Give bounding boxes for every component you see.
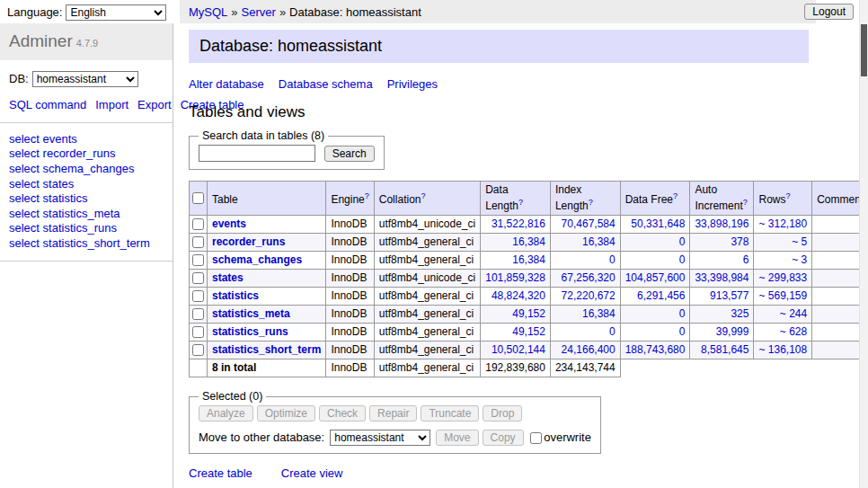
logout-button[interactable]: Logout bbox=[804, 4, 854, 20]
table-name-link[interactable]: states bbox=[212, 271, 244, 284]
rows-count-link[interactable]: ~ 5 bbox=[792, 235, 807, 248]
sidebar-table-link[interactable]: select statistics_short_term bbox=[9, 236, 164, 251]
table-name-link[interactable]: statistics_meta bbox=[212, 307, 290, 320]
auto-increment-link[interactable]: 33,398,984 bbox=[695, 271, 748, 284]
data-length-link[interactable]: 31,522,816 bbox=[492, 217, 545, 230]
db-select[interactable]: homeassistant bbox=[32, 71, 138, 87]
row-checkbox[interactable] bbox=[192, 254, 204, 266]
rows-count-link[interactable]: ~ 569,159 bbox=[758, 289, 807, 302]
index-length-link[interactable]: 70,467,584 bbox=[562, 217, 616, 230]
sidebar-action-link[interactable]: Import bbox=[95, 98, 128, 111]
data-length-link[interactable]: 49,152 bbox=[512, 307, 545, 320]
search-input[interactable] bbox=[199, 145, 315, 162]
overwrite-checkbox[interactable] bbox=[530, 432, 542, 444]
index-length-link[interactable]: 72,220,672 bbox=[562, 289, 616, 302]
row-checkbox[interactable] bbox=[192, 308, 204, 320]
table-name-cell: recorder_runs bbox=[208, 234, 326, 252]
data-free-link[interactable]: 0 bbox=[679, 325, 686, 338]
column-help-link[interactable]: ? bbox=[365, 191, 369, 200]
auto-increment-link[interactable]: 913,577 bbox=[710, 289, 748, 302]
collation-cell: utf8mb4_general_ci bbox=[374, 288, 480, 306]
database-nav-link[interactable]: Database schema bbox=[279, 77, 373, 91]
auto-increment-link[interactable]: 33,898,196 bbox=[695, 217, 748, 230]
row-checkbox[interactable] bbox=[192, 218, 204, 230]
row-checkbox[interactable] bbox=[192, 344, 204, 356]
index-length-link[interactable]: 0 bbox=[609, 325, 616, 338]
table-name-link[interactable]: schema_changes bbox=[212, 253, 302, 266]
sidebar-action-link[interactable]: Create table bbox=[181, 98, 244, 111]
sidebar-action-link[interactable]: SQL command bbox=[9, 98, 86, 111]
sidebar-table-link[interactable]: select events bbox=[9, 132, 164, 146]
auto-increment-link[interactable]: 378 bbox=[731, 235, 748, 248]
table-name-link[interactable]: statistics_short_term bbox=[212, 343, 321, 356]
breadcrumb-server-link[interactable]: Server bbox=[242, 5, 276, 19]
table-name-link[interactable]: statistics bbox=[212, 289, 259, 302]
row-checkbox[interactable] bbox=[192, 326, 204, 338]
rows-count-link[interactable]: ~ 3 bbox=[792, 253, 807, 266]
sidebar-action-link[interactable]: Export bbox=[137, 98, 172, 111]
data-length-link[interactable]: 48,824,320 bbox=[492, 289, 545, 302]
data-length-link[interactable]: 10,502,144 bbox=[492, 343, 545, 356]
sidebar-table-link[interactable]: select schema_changes bbox=[9, 162, 164, 176]
column-help-link[interactable]: ? bbox=[589, 198, 593, 207]
auto-increment-link[interactable]: 325 bbox=[731, 307, 748, 320]
rows-count-link[interactable]: ~ 312,180 bbox=[758, 217, 807, 230]
data-length-link[interactable]: 49,152 bbox=[512, 325, 545, 338]
select-all-checkbox[interactable] bbox=[192, 192, 204, 204]
column-help-link[interactable]: ? bbox=[421, 191, 425, 200]
scrollbar[interactable] bbox=[859, 0, 868, 488]
index-length-link[interactable]: 16,384 bbox=[582, 235, 616, 248]
data-length-link[interactable]: 101,859,328 bbox=[485, 271, 545, 284]
rows-count-link[interactable]: ~ 628 bbox=[780, 325, 807, 338]
sidebar-table-link[interactable]: select statistics_meta bbox=[9, 207, 164, 221]
rows-count-link[interactable]: ~ 136,108 bbox=[758, 343, 807, 356]
data-free-link[interactable]: 0 bbox=[679, 235, 686, 248]
index-length-link[interactable]: 16,384 bbox=[582, 307, 616, 320]
create-link[interactable]: Create view bbox=[281, 466, 343, 480]
adminer-logo-link[interactable]: Adminer bbox=[9, 31, 73, 50]
divider bbox=[0, 261, 173, 262]
index-length-link[interactable]: 67,256,320 bbox=[562, 271, 616, 284]
sidebar-table-link[interactable]: select statistics_runs bbox=[9, 221, 164, 235]
rows-count-link[interactable]: ~ 299,833 bbox=[758, 271, 807, 284]
index-length-cell: 16,384 bbox=[550, 306, 620, 324]
column-help-link[interactable]: ? bbox=[743, 198, 748, 207]
index-length-link[interactable]: 24,166,400 bbox=[562, 343, 616, 356]
table-name-link[interactable]: recorder_runs bbox=[212, 235, 285, 248]
breadcrumb-separator: » bbox=[231, 5, 237, 19]
sidebar-table-link[interactable]: select recorder_runs bbox=[9, 146, 164, 161]
data-length-link[interactable]: 16,384 bbox=[512, 253, 545, 266]
database-nav-link[interactable]: Alter database bbox=[189, 77, 264, 91]
table-name-link[interactable]: statistics_runs bbox=[212, 325, 288, 338]
move-db-select[interactable]: homeassistant bbox=[330, 430, 430, 446]
table-name-link[interactable]: events bbox=[212, 217, 246, 230]
row-checkbox[interactable] bbox=[192, 236, 204, 248]
language-select[interactable]: English bbox=[66, 4, 166, 21]
row-checkbox[interactable] bbox=[192, 290, 204, 302]
auto-increment-cell: 33,398,984 bbox=[690, 270, 754, 288]
auto-increment-link[interactable]: 6 bbox=[743, 253, 749, 266]
breadcrumb-mysql-link[interactable]: MySQL bbox=[189, 5, 227, 19]
column-help-link[interactable]: ? bbox=[518, 198, 523, 207]
index-length-link[interactable]: 0 bbox=[609, 253, 616, 266]
column-help-link[interactable]: ? bbox=[673, 191, 678, 200]
data-free-link[interactable]: 0 bbox=[679, 253, 686, 266]
row-checkbox[interactable] bbox=[192, 272, 204, 284]
sidebar-table-link[interactable]: select states bbox=[9, 177, 164, 191]
engine-cell: InnoDB bbox=[326, 342, 374, 359]
create-link[interactable]: Create table bbox=[189, 466, 252, 480]
data-free-link[interactable]: 6,291,456 bbox=[637, 289, 685, 302]
auto-increment-link[interactable]: 39,999 bbox=[716, 325, 749, 338]
scrollbar-thumb[interactable] bbox=[861, 24, 867, 76]
data-free-link[interactable]: 0 bbox=[679, 307, 686, 320]
data-free-link[interactable]: 104,857,600 bbox=[625, 271, 686, 284]
search-button[interactable]: Search bbox=[324, 146, 375, 162]
data-length-link[interactable]: 16,384 bbox=[512, 235, 545, 248]
sidebar-table-link[interactable]: select statistics bbox=[9, 191, 164, 206]
data-free-link[interactable]: 50,331,648 bbox=[631, 217, 685, 230]
rows-count-link[interactable]: ~ 244 bbox=[780, 307, 807, 320]
column-help-link[interactable]: ? bbox=[785, 191, 790, 200]
database-nav-link[interactable]: Privileges bbox=[387, 77, 438, 91]
auto-increment-link[interactable]: 8,581,645 bbox=[701, 343, 748, 356]
data-free-link[interactable]: 188,743,680 bbox=[625, 343, 686, 356]
